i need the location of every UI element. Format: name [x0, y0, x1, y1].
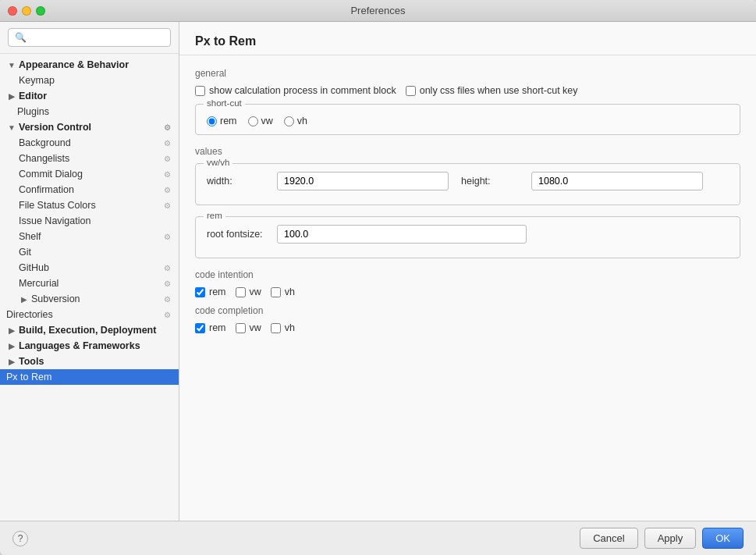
settings-icon: ⚙ — [161, 278, 172, 289]
sidebar-item-label: Tools — [19, 356, 44, 367]
completion-vw-checkbox[interactable] — [236, 323, 246, 333]
sidebar-item-issue-navigation[interactable]: Issue Navigation — [0, 213, 179, 229]
intention-rem-label[interactable]: rem — [195, 286, 226, 297]
toggle-icon: ▶ — [6, 325, 17, 336]
height-field-row: height: — [461, 172, 703, 190]
settings-icon: ⚙ — [161, 200, 172, 211]
intention-vh-text: vh — [285, 286, 295, 297]
sidebar-item-label: Issue Navigation — [19, 215, 91, 226]
toggle-icon: ▶ — [6, 340, 17, 351]
sidebar-item-label: Editor — [19, 91, 47, 101]
height-label: height: — [461, 176, 524, 187]
sidebar-item-label: Build, Execution, Deployment — [19, 325, 156, 336]
shortcut-group-title: short-cut — [204, 98, 245, 108]
sidebar-item-directories[interactable]: Directories ⚙ — [0, 307, 179, 322]
intention-vw-checkbox[interactable] — [236, 287, 246, 297]
sidebar: ▼ Appearance & Behavior Keymap ▶ Editor … — [0, 22, 179, 521]
vwvh-row: width: height: — [207, 172, 729, 197]
width-label: width: — [207, 176, 269, 187]
settings-icon: ⚙ — [161, 262, 172, 273]
titlebar-buttons — [8, 6, 45, 16]
sidebar-item-shelf[interactable]: Shelf ⚙ — [0, 229, 179, 244]
sidebar-item-plugins[interactable]: Plugins — [0, 104, 179, 119]
close-button[interactable] — [8, 6, 17, 16]
intention-vh-checkbox[interactable] — [271, 287, 281, 297]
minimize-button[interactable] — [22, 6, 31, 16]
sidebar-item-commit-dialog[interactable]: Commit Dialog ⚙ — [0, 166, 179, 182]
sidebar-item-build-execution-deployment[interactable]: ▶ Build, Execution, Deployment — [0, 322, 179, 338]
general-label: general — [195, 68, 740, 79]
intention-vw-label[interactable]: vw — [236, 286, 261, 297]
sidebar-item-background[interactable]: Background ⚙ — [0, 135, 179, 151]
sidebar-item-git[interactable]: Git — [0, 244, 179, 260]
sidebar-item-label: Directories — [6, 309, 53, 320]
shortcut-vw-text: vw — [261, 116, 273, 126]
sidebar-item-languages-frameworks[interactable]: ▶ Languages & Frameworks — [0, 338, 179, 354]
sidebar-item-github[interactable]: GitHub ⚙ — [0, 260, 179, 276]
only-css-checkbox[interactable] — [406, 86, 416, 96]
show-calc-checkbox[interactable] — [195, 86, 205, 96]
help-button[interactable]: ? — [12, 531, 28, 546]
intention-vw-text: vw — [250, 286, 261, 297]
window-title: Preferences — [350, 5, 405, 16]
shortcut-vw-radio[interactable] — [248, 116, 258, 126]
sidebar-item-label: GitHub — [19, 262, 49, 273]
sidebar-item-label: Commit Dialog — [19, 169, 83, 180]
sidebar-item-keymap[interactable]: Keymap — [0, 73, 179, 88]
search-input[interactable] — [8, 28, 171, 47]
sidebar-item-changelists[interactable]: Changelists ⚙ — [0, 151, 179, 166]
ok-button[interactable]: OK — [702, 528, 744, 549]
show-calc-label: show calculation process in comment bloc… — [209, 85, 396, 96]
sidebar-item-tools[interactable]: ▶ Tools — [0, 354, 179, 369]
rem-group: rem root fontsize: — [195, 216, 740, 258]
sidebar-item-label: Git — [19, 247, 31, 258]
titlebar: Preferences — [0, 0, 756, 22]
intention-rem-checkbox[interactable] — [195, 287, 205, 297]
toggle-icon: ▼ — [6, 59, 17, 70]
width-input[interactable] — [277, 172, 449, 190]
settings-icon: ⚙ — [161, 153, 172, 164]
sidebar-item-px-to-rem[interactable]: Px to Rem — [0, 369, 179, 385]
completion-vw-label[interactable]: vw — [236, 322, 261, 333]
shortcut-vh-label[interactable]: vh — [284, 116, 307, 126]
root-fontsize-input[interactable] — [277, 225, 527, 244]
apply-button[interactable]: Apply — [644, 528, 697, 549]
sidebar-item-label: Plugins — [17, 106, 49, 117]
sidebar-item-subversion[interactable]: ▶ Subversion ⚙ — [0, 291, 179, 307]
shortcut-vh-radio[interactable] — [284, 116, 294, 126]
completion-vw-text: vw — [250, 322, 261, 333]
shortcut-group: short-cut rem vw vh — [195, 104, 740, 135]
height-input[interactable] — [531, 172, 703, 190]
sidebar-item-editor[interactable]: ▶ Editor — [0, 88, 179, 104]
only-css-checkbox-label[interactable]: only css files when use short-cut key — [406, 85, 578, 96]
completion-vh-checkbox[interactable] — [271, 323, 281, 333]
completion-rem-label[interactable]: rem — [195, 322, 226, 333]
maximize-button[interactable] — [36, 6, 45, 16]
toggle-icon: ▼ — [6, 122, 17, 133]
vwvh-group: vw/vh width: height: — [195, 163, 740, 205]
rem-group-title: rem — [204, 211, 225, 220]
sidebar-item-appearance-behavior[interactable]: ▼ Appearance & Behavior — [0, 57, 179, 73]
values-label: values — [195, 146, 740, 157]
root-fontsize-field-row: root fontsize: — [207, 225, 729, 244]
sidebar-item-mercurial[interactable]: Mercurial ⚙ — [0, 276, 179, 291]
shortcut-vh-text: vh — [297, 116, 307, 126]
sidebar-item-file-status-colors[interactable]: File Status Colors ⚙ — [0, 197, 179, 213]
show-calc-checkbox-label[interactable]: show calculation process in comment bloc… — [195, 85, 396, 96]
search-bar — [0, 22, 179, 54]
completion-rem-text: rem — [209, 322, 226, 333]
footer: ? Cancel Apply OK — [0, 521, 756, 555]
width-field-row: width: — [207, 172, 449, 190]
shortcut-rem-radio[interactable] — [207, 116, 217, 126]
sidebar-tree: ▼ Appearance & Behavior Keymap ▶ Editor … — [0, 54, 179, 521]
panel-content: general show calculation process in comm… — [179, 55, 756, 521]
cancel-button[interactable]: Cancel — [580, 528, 637, 549]
shortcut-rem-label[interactable]: rem — [207, 116, 237, 126]
sidebar-item-version-control[interactable]: ▼ Version Control ⚙ — [0, 119, 179, 135]
shortcut-vw-label[interactable]: vw — [248, 116, 273, 126]
toggle-icon: ▶ — [19, 294, 30, 304]
sidebar-item-confirmation[interactable]: Confirmation ⚙ — [0, 182, 179, 197]
completion-rem-checkbox[interactable] — [195, 323, 205, 333]
completion-vh-label[interactable]: vh — [271, 322, 295, 333]
intention-vh-label[interactable]: vh — [271, 286, 295, 297]
